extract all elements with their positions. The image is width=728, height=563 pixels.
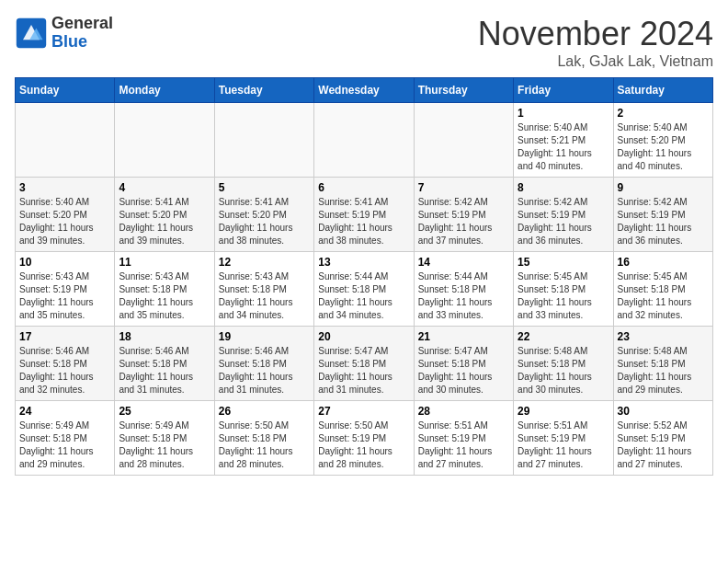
day-number: 6: [318, 181, 409, 194]
calendar-cell: 14Sunrise: 5:44 AM Sunset: 5:18 PM Dayli…: [414, 252, 513, 327]
calendar-cell: 8Sunrise: 5:42 AM Sunset: 5:19 PM Daylig…: [514, 178, 613, 252]
calendar-cell: 21Sunrise: 5:47 AM Sunset: 5:18 PM Dayli…: [414, 327, 513, 401]
calendar-cell: 12Sunrise: 5:43 AM Sunset: 5:18 PM Dayli…: [214, 252, 313, 327]
day-detail: Sunrise: 5:44 AM Sunset: 5:18 PM Dayligh…: [318, 270, 409, 322]
calendar-row-2: 3Sunrise: 5:40 AM Sunset: 5:20 PM Daylig…: [16, 178, 713, 252]
calendar-cell: [314, 103, 414, 178]
header-thursday: Thursday: [414, 78, 513, 103]
logo: General Blue: [15, 15, 113, 52]
calendar-cell: [214, 103, 313, 178]
calendar-cell: 4Sunrise: 5:41 AM Sunset: 5:20 PM Daylig…: [115, 178, 214, 252]
calendar-cell: 20Sunrise: 5:47 AM Sunset: 5:18 PM Dayli…: [314, 327, 414, 401]
calendar-header: Sunday Monday Tuesday Wednesday Thursday…: [16, 78, 713, 103]
title-section: November 2024 Lak, GJak Lak, Vietnam: [478, 15, 713, 70]
day-number: 18: [119, 330, 210, 343]
calendar-cell: 17Sunrise: 5:46 AM Sunset: 5:18 PM Dayli…: [16, 327, 115, 401]
calendar-title: November 2024: [478, 15, 713, 53]
day-detail: Sunrise: 5:52 AM Sunset: 5:19 PM Dayligh…: [618, 419, 709, 471]
calendar-cell: 25Sunrise: 5:49 AM Sunset: 5:18 PM Dayli…: [115, 401, 214, 476]
day-detail: Sunrise: 5:49 AM Sunset: 5:18 PM Dayligh…: [19, 419, 110, 471]
calendar-cell: 24Sunrise: 5:49 AM Sunset: 5:18 PM Dayli…: [16, 401, 115, 476]
day-detail: Sunrise: 5:48 AM Sunset: 5:18 PM Dayligh…: [618, 345, 709, 396]
calendar-cell: 28Sunrise: 5:51 AM Sunset: 5:19 PM Dayli…: [414, 401, 513, 476]
day-detail: Sunrise: 5:47 AM Sunset: 5:18 PM Dayligh…: [418, 345, 509, 396]
day-number: 12: [219, 256, 310, 269]
calendar-cell: 10Sunrise: 5:43 AM Sunset: 5:19 PM Dayli…: [16, 252, 115, 327]
calendar-row-3: 10Sunrise: 5:43 AM Sunset: 5:19 PM Dayli…: [16, 252, 713, 327]
day-number: 28: [418, 405, 509, 418]
logo-icon: [15, 17, 48, 50]
header-saturday: Saturday: [613, 78, 712, 103]
day-detail: Sunrise: 5:45 AM Sunset: 5:18 PM Dayligh…: [618, 270, 709, 322]
day-number: 4: [119, 181, 210, 194]
calendar-cell: 7Sunrise: 5:42 AM Sunset: 5:19 PM Daylig…: [414, 178, 513, 252]
day-detail: Sunrise: 5:46 AM Sunset: 5:18 PM Dayligh…: [219, 345, 310, 396]
day-number: 29: [518, 405, 609, 418]
header-row: Sunday Monday Tuesday Wednesday Thursday…: [16, 78, 713, 103]
calendar-cell: 27Sunrise: 5:50 AM Sunset: 5:19 PM Dayli…: [314, 401, 414, 476]
calendar-cell: 18Sunrise: 5:46 AM Sunset: 5:18 PM Dayli…: [115, 327, 214, 401]
day-detail: Sunrise: 5:42 AM Sunset: 5:19 PM Dayligh…: [618, 196, 709, 247]
day-detail: Sunrise: 5:40 AM Sunset: 5:21 PM Dayligh…: [518, 121, 609, 173]
day-detail: Sunrise: 5:41 AM Sunset: 5:20 PM Dayligh…: [119, 196, 210, 247]
day-number: 1: [518, 107, 609, 120]
day-number: 19: [219, 330, 310, 343]
calendar-cell: 2Sunrise: 5:40 AM Sunset: 5:20 PM Daylig…: [613, 103, 712, 178]
day-number: 5: [219, 181, 310, 194]
day-detail: Sunrise: 5:46 AM Sunset: 5:18 PM Dayligh…: [19, 345, 110, 396]
day-number: 24: [19, 405, 110, 418]
calendar-table: Sunday Monday Tuesday Wednesday Thursday…: [15, 77, 713, 476]
calendar-body: 1Sunrise: 5:40 AM Sunset: 5:21 PM Daylig…: [16, 103, 713, 476]
day-number: 2: [618, 107, 709, 120]
day-detail: Sunrise: 5:47 AM Sunset: 5:18 PM Dayligh…: [318, 345, 409, 396]
calendar-cell: 23Sunrise: 5:48 AM Sunset: 5:18 PM Dayli…: [613, 327, 712, 401]
logo-general: General: [51, 15, 113, 33]
calendar-cell: 15Sunrise: 5:45 AM Sunset: 5:18 PM Dayli…: [514, 252, 613, 327]
calendar-cell: [115, 103, 214, 178]
day-detail: Sunrise: 5:43 AM Sunset: 5:19 PM Dayligh…: [19, 270, 110, 322]
day-number: 3: [19, 181, 110, 194]
day-number: 30: [618, 405, 709, 418]
day-detail: Sunrise: 5:51 AM Sunset: 5:19 PM Dayligh…: [518, 419, 609, 471]
calendar-subtitle: Lak, GJak Lak, Vietnam: [478, 53, 713, 70]
day-detail: Sunrise: 5:43 AM Sunset: 5:18 PM Dayligh…: [219, 270, 310, 322]
day-number: 22: [518, 330, 609, 343]
logo-blue: Blue: [51, 33, 113, 52]
page-header: General Blue November 2024 Lak, GJak Lak…: [15, 15, 713, 70]
calendar-cell: 6Sunrise: 5:41 AM Sunset: 5:19 PM Daylig…: [314, 178, 414, 252]
day-number: 9: [618, 181, 709, 194]
day-detail: Sunrise: 5:51 AM Sunset: 5:19 PM Dayligh…: [418, 419, 509, 471]
calendar-cell: 26Sunrise: 5:50 AM Sunset: 5:18 PM Dayli…: [214, 401, 313, 476]
day-detail: Sunrise: 5:45 AM Sunset: 5:18 PM Dayligh…: [518, 270, 609, 322]
header-sunday: Sunday: [16, 78, 115, 103]
day-detail: Sunrise: 5:49 AM Sunset: 5:18 PM Dayligh…: [119, 419, 210, 471]
day-detail: Sunrise: 5:46 AM Sunset: 5:18 PM Dayligh…: [119, 345, 210, 396]
calendar-cell: 11Sunrise: 5:43 AM Sunset: 5:18 PM Dayli…: [115, 252, 214, 327]
day-detail: Sunrise: 5:42 AM Sunset: 5:19 PM Dayligh…: [518, 196, 609, 247]
day-number: 23: [618, 330, 709, 343]
day-detail: Sunrise: 5:40 AM Sunset: 5:20 PM Dayligh…: [618, 121, 709, 173]
day-number: 15: [518, 256, 609, 269]
header-tuesday: Tuesday: [214, 78, 313, 103]
day-detail: Sunrise: 5:50 AM Sunset: 5:19 PM Dayligh…: [318, 419, 409, 471]
calendar-row-5: 24Sunrise: 5:49 AM Sunset: 5:18 PM Dayli…: [16, 401, 713, 476]
day-number: 16: [618, 256, 709, 269]
calendar-cell: 9Sunrise: 5:42 AM Sunset: 5:19 PM Daylig…: [613, 178, 712, 252]
day-number: 21: [418, 330, 509, 343]
day-detail: Sunrise: 5:41 AM Sunset: 5:20 PM Dayligh…: [219, 196, 310, 247]
day-number: 20: [318, 330, 409, 343]
day-number: 10: [19, 256, 110, 269]
day-detail: Sunrise: 5:50 AM Sunset: 5:18 PM Dayligh…: [219, 419, 310, 471]
header-monday: Monday: [115, 78, 214, 103]
day-detail: Sunrise: 5:44 AM Sunset: 5:18 PM Dayligh…: [418, 270, 509, 322]
header-friday: Friday: [514, 78, 613, 103]
calendar-row-1: 1Sunrise: 5:40 AM Sunset: 5:21 PM Daylig…: [16, 103, 713, 178]
day-number: 11: [119, 256, 210, 269]
calendar-cell: 19Sunrise: 5:46 AM Sunset: 5:18 PM Dayli…: [214, 327, 313, 401]
calendar-cell: 1Sunrise: 5:40 AM Sunset: 5:21 PM Daylig…: [514, 103, 613, 178]
day-number: 26: [219, 405, 310, 418]
day-number: 27: [318, 405, 409, 418]
day-detail: Sunrise: 5:48 AM Sunset: 5:18 PM Dayligh…: [518, 345, 609, 396]
day-number: 13: [318, 256, 409, 269]
day-number: 7: [418, 181, 509, 194]
